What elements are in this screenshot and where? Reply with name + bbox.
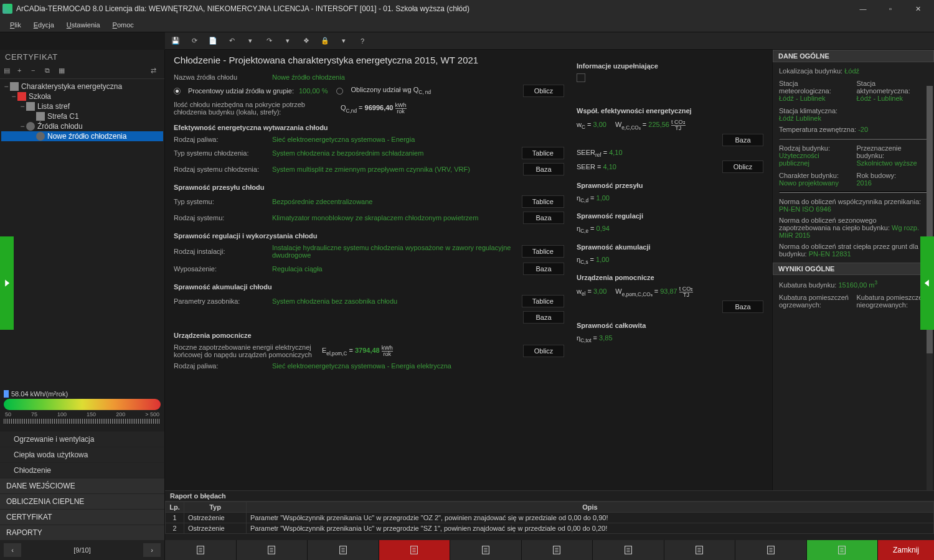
auxiliary-header: Urządzenia pomocnicze bbox=[174, 332, 564, 339]
fuel-type2-label: Rodzaj paliwa: bbox=[174, 362, 267, 370]
calc-button-1[interactable]: Oblicz bbox=[523, 85, 564, 97]
bottom-tab-0[interactable] bbox=[165, 540, 237, 560]
source-name-value[interactable]: Nowe źródło chłodzenia bbox=[272, 73, 564, 81]
base-button-1[interactable]: Baza bbox=[523, 163, 564, 175]
undo-icon[interactable]: ↶ bbox=[226, 35, 237, 47]
prev-page-button[interactable]: ‹ bbox=[4, 543, 21, 557]
tree-school[interactable]: −Szkoła bbox=[1, 91, 163, 101]
tree-cooling-sources[interactable]: −Źródła chłodu bbox=[1, 121, 163, 131]
calculated-radio[interactable] bbox=[336, 88, 343, 95]
menu-file[interactable]: Plik bbox=[5, 20, 26, 30]
minimize-button[interactable]: — bbox=[849, 0, 877, 17]
percent-radio[interactable] bbox=[174, 88, 181, 95]
bottom-tab-4[interactable] bbox=[450, 540, 522, 560]
redo-dropdown-icon[interactable]: ▾ bbox=[282, 35, 293, 47]
list-icon[interactable]: ▦ bbox=[59, 67, 68, 77]
base-button-2[interactable]: Baza bbox=[523, 212, 564, 224]
nav-certificate[interactable]: CERTYFIKAT bbox=[0, 509, 164, 525]
nav-heating[interactable]: Ogrzewanie i wentylacja bbox=[0, 431, 164, 447]
main-content: Chłodzenie - Projektowana charakterystyk… bbox=[165, 50, 772, 540]
layers-icon[interactable]: ❖ bbox=[301, 35, 312, 47]
bottom-tab-5[interactable] bbox=[522, 540, 593, 560]
lock-icon[interactable]: 🔒 bbox=[319, 35, 331, 47]
system-type-value[interactable]: System chłodzenia z bezpośrednim schładz… bbox=[272, 149, 517, 157]
nav-cooling[interactable]: Chłodzenie bbox=[0, 462, 164, 478]
close-button[interactable]: Zamknij bbox=[878, 540, 934, 560]
tables-button-2[interactable]: Tablice bbox=[522, 195, 564, 208]
tank-params-label: Parametry zasobnika: bbox=[174, 297, 267, 305]
nav-thermal-calc[interactable]: OBLICZENIA CIEPLNE bbox=[0, 493, 164, 509]
base-button-4[interactable]: Baza bbox=[523, 311, 564, 324]
bottom-tab-9[interactable] bbox=[807, 540, 879, 560]
tables-button-1[interactable]: Tablice bbox=[522, 147, 564, 159]
tree-new-cooling-source[interactable]: Nowe źródło chłodzenia bbox=[1, 131, 163, 141]
tables-button-3[interactable]: Tablice bbox=[522, 245, 564, 258]
maximize-button[interactable]: ▫ bbox=[877, 0, 904, 17]
accumulation-eff-header: Sprawność akumulacji chłodu bbox=[174, 283, 564, 291]
general-data-header[interactable]: DANE OGÓLNE bbox=[773, 50, 934, 62]
nav-reports[interactable]: RAPORTY bbox=[0, 525, 164, 540]
menu-help[interactable]: Pomoc bbox=[108, 20, 139, 30]
menu-edit[interactable]: Edycja bbox=[29, 20, 59, 30]
error-row[interactable]: 1 Ostrzeżenie Parametr "Współczynnik prz… bbox=[166, 513, 934, 523]
system-kind2-value[interactable]: Klimatyzator monoblokowy ze skraplaczem … bbox=[272, 214, 518, 222]
seer-ref-row: SEERref = 4,10 bbox=[577, 147, 763, 159]
system-type2-value[interactable]: Bezpośrednie zdecentralizowane bbox=[272, 198, 517, 205]
document-icon[interactable]: 📄 bbox=[207, 35, 219, 47]
add-icon[interactable]: ▤ bbox=[4, 67, 14, 77]
base-button-5[interactable]: Baza bbox=[722, 134, 763, 146]
nav-hot-water[interactable]: Ciepła woda użytkowa bbox=[0, 447, 164, 462]
left-expand-handle[interactable] bbox=[0, 236, 14, 330]
general-results-header[interactable]: WYNIKI OGÓLNE bbox=[773, 263, 934, 275]
nav-input-data[interactable]: DANE WEJŚCIOWE bbox=[0, 478, 164, 493]
ncd-row: ηC,d = 1,00 bbox=[577, 193, 763, 205]
percent-value[interactable]: 100,00 % bbox=[299, 87, 328, 95]
transfer-eff-header2: Sprawność przesyłu bbox=[577, 182, 763, 189]
lock-dropdown-icon[interactable]: ▾ bbox=[338, 35, 349, 47]
tree-root[interactable]: −Charakterystyka energetyczna bbox=[1, 82, 163, 91]
bottom-tab-6[interactable] bbox=[593, 540, 664, 560]
base-button-6[interactable]: Baza bbox=[722, 301, 763, 313]
bottom-tab-3[interactable] bbox=[379, 540, 451, 560]
minus-icon[interactable]: − bbox=[31, 67, 41, 77]
close-window-button[interactable]: ✕ bbox=[904, 0, 932, 17]
save-icon[interactable]: 💾 bbox=[170, 35, 181, 47]
bottom-tab-8[interactable] bbox=[735, 540, 807, 560]
title-bar: ArCADia-TERMOCAD 8.0 Licencja dla: WEWNĘ… bbox=[0, 0, 934, 17]
system-kind-value[interactable]: System multisplit ze zmiennym przepływem… bbox=[272, 166, 518, 173]
equipment-value[interactable]: Regulacja ciągła bbox=[272, 265, 518, 273]
fuel-type2-value[interactable]: Sieć elektroenergetyczna systemowa - Ene… bbox=[272, 362, 564, 370]
bottom-tab-1[interactable] bbox=[237, 540, 308, 560]
calc-button-3[interactable]: Oblicz bbox=[722, 161, 763, 173]
seer-row: SEER = 4,10 Oblicz bbox=[577, 159, 763, 174]
calc-button-2[interactable]: Oblicz bbox=[523, 345, 564, 357]
regulation-eff-header: Sprawność regulacji i wykorzystania chło… bbox=[174, 232, 564, 240]
error-row[interactable]: 2 Ostrzeżenie Parametr "Współczynnik prz… bbox=[166, 523, 934, 534]
nav-sections: Ogrzewanie i wentylacja Ciepła woda użyt… bbox=[0, 431, 164, 540]
tree-zone-c1[interactable]: Strefa C1 bbox=[1, 111, 163, 121]
tank-params-value[interactable]: System chłodzenia bez zasobnika chłodu bbox=[272, 297, 517, 305]
undo-dropdown-icon[interactable]: ▾ bbox=[245, 35, 256, 47]
plus-icon[interactable]: + bbox=[17, 67, 27, 77]
error-report: Raport o błędach Lp. Typ Opis 1 Ostrzeże… bbox=[165, 490, 934, 540]
redo-icon[interactable]: ↷ bbox=[263, 35, 275, 47]
refresh-icon[interactable]: ⟳ bbox=[189, 35, 200, 47]
bottom-tab-2[interactable] bbox=[308, 540, 379, 560]
right-expand-handle[interactable] bbox=[920, 236, 934, 330]
bottom-tab-7[interactable] bbox=[664, 540, 736, 560]
nctot-row: ηC,tot = 3,85 bbox=[577, 333, 763, 345]
additional-info-header: Informacje uzupełniające bbox=[577, 62, 763, 70]
installation-type-value[interactable]: Instalacje hydrauliczne systemu chłodzen… bbox=[272, 244, 517, 259]
copy-icon[interactable]: ⧉ bbox=[45, 67, 55, 77]
help-icon[interactable]: ? bbox=[357, 35, 368, 47]
info-placeholder-icon[interactable] bbox=[577, 73, 585, 82]
tree-zone-list[interactable]: −Lista stref bbox=[1, 101, 163, 111]
page-title: Chłodzenie - Projektowana charakterystyk… bbox=[174, 55, 564, 65]
system-kind-label: Rodzaj systemu chłodzenia: bbox=[174, 166, 267, 173]
base-button-3[interactable]: Baza bbox=[523, 263, 564, 275]
menu-settings[interactable]: Ustawienia bbox=[62, 20, 105, 30]
tables-button-4[interactable]: Tablice bbox=[522, 295, 564, 307]
next-page-button[interactable]: › bbox=[143, 543, 161, 557]
fuel-type-value[interactable]: Sieć elektroenergetyczna systemowa - Ene… bbox=[272, 136, 564, 143]
swap-icon[interactable]: ⇄ bbox=[151, 67, 161, 77]
